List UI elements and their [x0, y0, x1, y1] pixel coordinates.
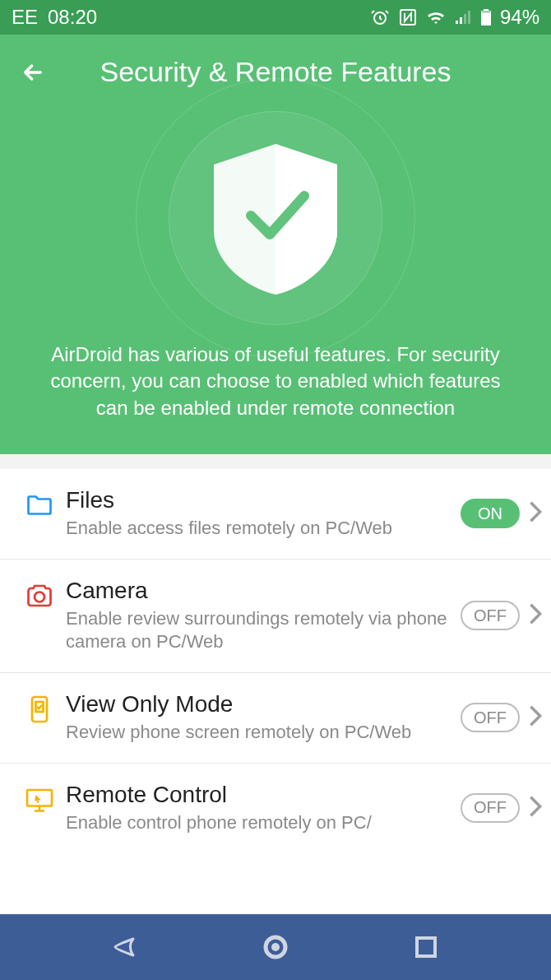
svg-point-10	[271, 943, 280, 951]
nav-recent-button[interactable]	[405, 927, 447, 968]
chevron-right-icon	[528, 602, 543, 629]
svg-rect-3	[484, 9, 488, 11]
signal-icon	[454, 9, 472, 26]
svg-rect-2	[481, 11, 491, 26]
clock-label: 08:20	[48, 6, 97, 29]
svg-rect-11	[417, 938, 435, 956]
features-list: Files Enable access files remotely on PC…	[0, 469, 551, 852]
app-header: Security & Remote Features AirDroid has …	[0, 35, 551, 454]
wifi-icon	[426, 9, 446, 26]
folder-icon	[25, 487, 66, 523]
item-title: Files	[66, 487, 452, 513]
phone-view-icon	[25, 691, 66, 727]
chevron-right-icon	[528, 795, 543, 821]
carrier-label: EE	[12, 6, 38, 29]
toggle-view-only[interactable]: OFF	[461, 703, 520, 732]
chevron-right-icon	[528, 704, 543, 731]
toggle-camera[interactable]: OFF	[461, 601, 520, 630]
alarm-icon	[370, 7, 390, 27]
item-desc: Enable access files remotely on PC/Web	[66, 517, 452, 541]
list-item-remote-control[interactable]: Remote Control Enable control phone remo…	[0, 764, 551, 853]
back-button[interactable]	[16, 59, 49, 86]
nav-back-button[interactable]	[104, 927, 146, 968]
shield-graphic	[136, 103, 415, 333]
item-desc: Enable control phone remotely on PC/	[66, 811, 452, 835]
svg-point-5	[35, 592, 44, 601]
section-divider	[0, 454, 551, 469]
toggle-files[interactable]: ON	[461, 499, 520, 528]
item-desc: Review phone screen remotely on PC/Web	[66, 721, 452, 745]
svg-rect-4	[482, 12, 490, 12]
toggle-remote-control[interactable]: OFF	[461, 793, 520, 823]
nav-home-button[interactable]	[255, 927, 296, 968]
battery-icon	[480, 8, 492, 26]
android-nav-bar	[0, 914, 551, 980]
list-item-files[interactable]: Files Enable access files remotely on PC…	[0, 469, 551, 560]
status-bar: EE 08:20 94%	[0, 0, 551, 35]
item-title: Camera	[66, 578, 452, 604]
battery-percent: 94%	[500, 6, 539, 29]
list-item-view-only[interactable]: View Only Mode Review phone screen remot…	[0, 673, 551, 764]
svg-rect-8	[27, 790, 52, 806]
item-desc: Enable review surroundings remotely via …	[66, 607, 452, 654]
item-title: Remote Control	[66, 782, 452, 808]
list-item-camera[interactable]: Camera Enable review surroundings remote…	[0, 560, 551, 673]
nfc-icon	[398, 7, 418, 27]
monitor-cursor-icon	[25, 782, 66, 818]
item-title: View Only Mode	[66, 691, 452, 718]
chevron-right-icon	[528, 500, 543, 527]
camera-icon	[25, 578, 66, 614]
